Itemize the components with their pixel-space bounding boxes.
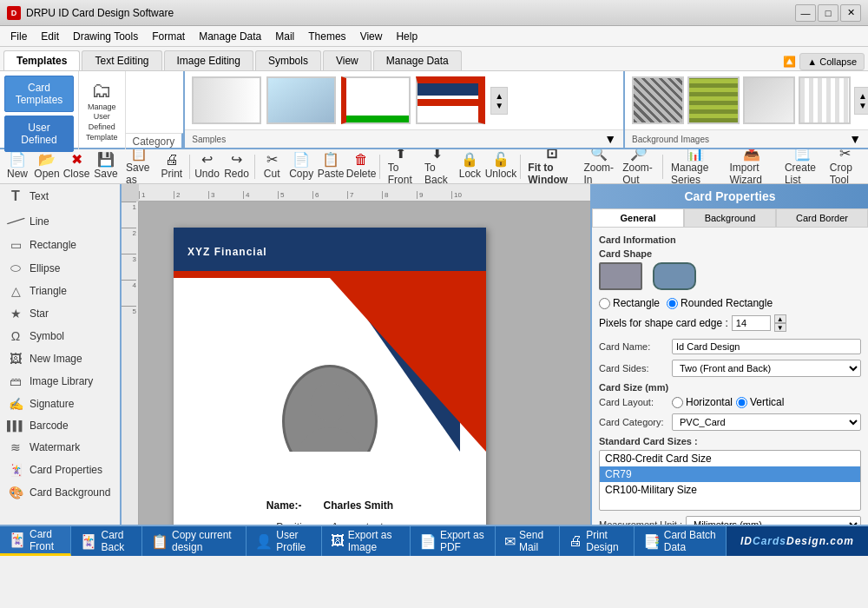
radio-horizontal[interactable]: Horizontal [672, 396, 733, 408]
menu-mail[interactable]: Mail [268, 29, 301, 44]
tool-card-background[interactable]: 🎨 Card Background [0, 481, 120, 504]
card-category-select[interactable]: PVC_Card [672, 413, 861, 431]
menu-drawing-tools[interactable]: Drawing Tools [66, 29, 145, 44]
tb-zoomin[interactable]: 🔍Zoom-In [581, 149, 616, 184]
tb-tofront[interactable]: ⬆To Front [384, 149, 418, 184]
statusbar-card-front[interactable]: 🃏 Card Front [0, 526, 71, 556]
statusbar-copy-current[interactable]: 📋 Copy current design [142, 526, 247, 556]
tab-image-editing[interactable]: Image Editing [164, 50, 253, 70]
tool-signature[interactable]: ✍ Signature [0, 393, 120, 415]
samples-menu-icon[interactable]: ▼ [604, 132, 616, 146]
tb-undo[interactable]: ↩Undo [194, 150, 221, 182]
statusbar-user-profile[interactable]: 👤 User Profile [247, 526, 322, 556]
bg-images-menu-icon[interactable]: ▼ [849, 132, 861, 146]
tb-createlist[interactable]: 📃Create List [780, 149, 824, 184]
statusbar-export-pdf[interactable]: 📄 Export as PDF [411, 526, 496, 556]
menu-file[interactable]: File [3, 29, 34, 44]
scroll-up-arrow[interactable]: ▲ [495, 91, 503, 101]
menu-themes[interactable]: Themes [301, 29, 352, 44]
radio-horizontal-input[interactable] [672, 397, 683, 408]
tab-symbols[interactable]: Symbols [255, 50, 321, 70]
radio-rounded-input[interactable] [667, 298, 678, 309]
tb-print[interactable]: 🖨Print [158, 150, 186, 182]
radio-vertical[interactable]: Vertical [736, 396, 784, 408]
menu-manage-data[interactable]: Manage Data [192, 29, 268, 44]
shape-rounded-preview[interactable] [653, 262, 696, 290]
measurement-select[interactable]: Milimeters (mm) Inches [686, 516, 861, 525]
pixel-down-arrow[interactable]: ▼ [774, 323, 786, 332]
tb-open[interactable]: 📂Open [33, 150, 61, 182]
tab-templates[interactable]: Templates [3, 50, 80, 70]
sample-thumb-2[interactable] [266, 76, 336, 124]
statusbar-print-design[interactable]: 🖨 Print Design [560, 526, 635, 556]
tb-copy[interactable]: 📄Copy [287, 150, 315, 182]
size-cr100[interactable]: CR100-Military Size [600, 482, 860, 498]
tb-zoomout[interactable]: 🔎Zoom-Out [618, 149, 659, 184]
statusbar-card-back[interactable]: 🃏 Card Back [71, 526, 141, 556]
tool-rectangle[interactable]: ▭ Rectangle [0, 234, 120, 256]
tb-lock[interactable]: 🔒Lock [456, 150, 483, 182]
menu-format[interactable]: Format [145, 29, 192, 44]
minimize-button[interactable]: — [795, 4, 816, 22]
maximize-button[interactable]: □ [818, 4, 838, 22]
samples-scroll-arrows[interactable]: ▲ ▼ [490, 87, 508, 115]
panel-tab-general[interactable]: General [592, 208, 684, 227]
tb-manageseries[interactable]: 📊Manage Series [667, 149, 724, 184]
menu-view[interactable]: View [353, 29, 390, 44]
tb-new[interactable]: 📄New [3, 150, 31, 182]
bg-thumb-3[interactable] [743, 76, 795, 124]
tool-triangle[interactable]: △ Triangle [0, 280, 120, 302]
tb-importwizard[interactable]: 📥Import Wizard [726, 149, 779, 184]
pixel-up-arrow[interactable]: ▲ [774, 314, 786, 323]
tb-close[interactable]: ✖Close [62, 150, 90, 182]
tab-view[interactable]: View [323, 50, 372, 70]
tool-barcode[interactable]: ▌▌▌ Barcode [0, 415, 120, 436]
tb-delete[interactable]: 🗑Delete [346, 150, 376, 182]
tab-manage-data[interactable]: Manage Data [373, 50, 462, 70]
collapse-button[interactable]: ▲ Collapse [799, 53, 865, 70]
bg-thumb-1[interactable] [632, 76, 684, 124]
tb-toback[interactable]: ⬇To Back [420, 149, 454, 184]
card-name-input[interactable] [672, 339, 861, 354]
menu-help[interactable]: Help [389, 29, 424, 44]
radio-rectangle-input[interactable] [599, 298, 610, 309]
radio-rectangle[interactable]: Rectangle [599, 297, 660, 309]
card-sides-select[interactable]: Two (Front and Back) One (Front Only) [672, 360, 861, 377]
radio-vertical-input[interactable] [736, 397, 747, 408]
tool-text[interactable]: T Text [0, 184, 120, 208]
card-canvas[interactable]: XYZ Financial Name: [174, 228, 486, 525]
bg-scroll-arrows[interactable]: ▲ ▼ [854, 87, 868, 115]
tool-watermark[interactable]: ≋ Watermark [0, 436, 120, 459]
bg-scroll-up[interactable]: ▲ [858, 91, 867, 101]
cat-tab-card-templates[interactable]: Card Templates [4, 76, 74, 112]
manage-user-defined-button[interactable]: 🗂 ManageUserDefinedTemplate [79, 71, 126, 149]
statusbar-send-mail[interactable]: ✉ Send Mail [496, 526, 560, 556]
tb-croptool[interactable]: ✂Crop Tool [825, 149, 865, 184]
panel-tab-background[interactable]: Background [684, 208, 776, 227]
radio-rounded-rectangle[interactable]: Rounded Rectangle [667, 297, 773, 309]
tool-symbol[interactable]: Ω Symbol [0, 325, 120, 347]
canvas-area[interactable]: 1 2 3 4 5 6 7 8 9 10 1 2 3 4 5 [122, 184, 590, 525]
close-button[interactable]: ✕ [840, 4, 861, 22]
tb-saveas[interactable]: 📋Save as [122, 149, 156, 184]
sample-thumb-4[interactable] [416, 76, 485, 124]
sample-thumb-3[interactable] [341, 76, 411, 124]
tool-image-library[interactable]: 🗃 Image Library [0, 370, 120, 393]
size-cr80[interactable]: CR80-Credit Card Size [600, 451, 860, 466]
menu-edit[interactable]: Edit [34, 29, 66, 44]
panel-tab-card-border[interactable]: Card Border [776, 208, 868, 227]
bg-thumb-2[interactable] [687, 76, 740, 124]
tool-card-properties[interactable]: 🃏 Card Properties [0, 459, 120, 481]
tb-paste[interactable]: 📋Paste [317, 150, 345, 182]
tool-new-image[interactable]: 🖼 New Image [0, 347, 120, 370]
shape-rect-preview[interactable] [599, 262, 642, 290]
tool-line[interactable]: ╱ Line [0, 208, 120, 234]
tb-cut[interactable]: ✂Cut [258, 150, 286, 182]
tab-text-editing[interactable]: Text Editing [82, 50, 161, 70]
tool-star[interactable]: ★ Star [0, 302, 120, 325]
cat-tab-user-defined[interactable]: User Defined [4, 116, 74, 152]
sample-thumb-1[interactable] [192, 76, 261, 124]
tb-save[interactable]: 💾Save [92, 150, 120, 182]
scroll-down-arrow[interactable]: ▼ [495, 101, 503, 110]
pixel-edge-input[interactable] [732, 315, 771, 331]
